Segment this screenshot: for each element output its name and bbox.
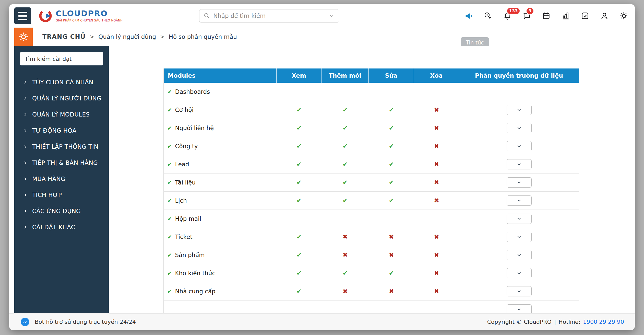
permission-edit: ✔	[369, 270, 414, 277]
chevron-down-icon	[516, 180, 522, 185]
sidebar-search-input[interactable]	[20, 52, 103, 65]
sidebar-menu-item[interactable]: TỰ ĐỘNG HÓA	[14, 122, 109, 138]
chat-icon[interactable]: 3	[522, 11, 531, 20]
messenger-icon[interactable]	[20, 317, 30, 327]
permission-delete: ✖	[414, 197, 459, 204]
chevron-right-icon	[23, 160, 28, 165]
brand-tagline: GIẢI PHÁP CRM CHUYÊN SÂU THEO NGÀNH	[56, 19, 123, 22]
breadcrumb-user-management[interactable]: Quản lý người dùng	[98, 33, 156, 40]
permission-view: ✔	[277, 233, 321, 240]
table-row: ✔ Kho kiến thức ✔ ✔ ✔ ✖	[164, 264, 579, 282]
permission-create: ✖	[321, 288, 369, 295]
chevron-down-icon	[516, 125, 522, 131]
permission-delete: ✖	[414, 288, 459, 295]
chevron-right-icon	[23, 177, 28, 181]
field-permissions-dropdown[interactable]	[507, 250, 532, 260]
sidebar-menu-item[interactable]: CÁC ỨNG DỤNG	[14, 203, 109, 219]
brand-logo[interactable]: CLOUDPRO GIẢI PHÁP CRM CHUYÊN SÂU THEO N…	[38, 9, 123, 23]
tasks-check-icon[interactable]	[581, 11, 589, 20]
permission-delete: ✖	[414, 233, 459, 240]
field-permissions-dropdown[interactable]	[507, 214, 532, 224]
cursor-plus-icon[interactable]	[484, 11, 492, 20]
table-row: ✔ Tài liệu ✔ ✔ ✔ ✖	[164, 174, 579, 192]
gear-icon[interactable]	[619, 11, 628, 20]
chevron-down-icon	[516, 198, 522, 203]
sidebar-item-label: MUA HÀNG	[32, 176, 65, 182]
chevron-down-icon	[516, 307, 522, 312]
field-permissions-dropdown[interactable]	[507, 195, 532, 206]
module-enabled-check-icon: ✔	[167, 198, 172, 204]
field-permissions-dropdown[interactable]	[507, 105, 532, 115]
field-permissions-dropdown[interactable]	[507, 177, 532, 188]
field-permissions-dropdown[interactable]	[507, 304, 532, 313]
breadcrumb-home[interactable]: TRANG CHỦ	[42, 33, 86, 40]
sidebar-menu-item[interactable]: THIẾT LẬP THÔNG TIN	[14, 138, 109, 155]
support-text: Bot hỗ trợ sử dụng trực tuyến 24/24	[35, 319, 136, 325]
global-search-input[interactable]	[213, 13, 326, 19]
header-edit: Sửa	[369, 68, 414, 83]
table-row: ✔ Sản phẩm ✔ ✖ ✖ ✖	[164, 246, 579, 264]
megaphone-icon[interactable]	[464, 11, 473, 20]
settings-tile[interactable]	[14, 28, 33, 46]
sidebar-menu-item[interactable]: CÀI ĐẶT KHÁC	[14, 219, 109, 235]
hamburger-menu-button[interactable]	[14, 7, 31, 24]
chevron-right-icon	[23, 193, 28, 197]
sidebar-menu-item[interactable]: TÙY CHỌN CÁ NHÂN	[14, 74, 109, 90]
module-enabled-check-icon: ✔	[167, 89, 172, 95]
module-name: Hộp mail	[175, 215, 201, 222]
breadcrumb-separator: >	[160, 34, 165, 40]
main-content: Modules Xem Thêm mới Sửa Xóa Phân quyền …	[109, 46, 635, 313]
permission-edit: ✔	[369, 143, 414, 150]
chevron-down-icon[interactable]	[329, 13, 335, 19]
permissions-table-body: ✔ Dashboards ✔ Cơ hội ✔ ✔ ✔ ✖ ✔ Người	[164, 83, 579, 313]
table-row: ✔ Lead ✔ ✔ ✔ ✖	[164, 155, 579, 174]
sidebar-item-label: TÙY CHỌN CÁ NHÂN	[32, 79, 93, 86]
field-permissions-dropdown[interactable]	[507, 159, 532, 169]
chevron-right-icon	[23, 128, 28, 133]
field-permissions-dropdown[interactable]	[507, 141, 532, 151]
chevron-right-icon	[23, 144, 28, 149]
sidebar-menu-item[interactable]: TIẾP THỊ & BÁN HÀNG	[14, 155, 109, 171]
permission-create: ✖	[321, 233, 369, 240]
chevron-right-icon	[23, 80, 28, 85]
permission-edit: ✔	[369, 197, 414, 204]
module-enabled-check-icon: ✔	[167, 125, 172, 131]
field-permissions-dropdown[interactable]	[507, 123, 532, 133]
permission-view: ✔	[277, 161, 321, 168]
permission-edit: ✖	[369, 233, 414, 240]
sidebar-menu-item[interactable]: QUẢN LÝ NGƯỜI DÙNG	[14, 90, 109, 106]
permission-create: ✔	[321, 124, 369, 132]
module-name: Dashboards	[175, 88, 210, 95]
permission-delete: ✖	[414, 179, 459, 186]
module-enabled-check-icon: ✔	[167, 252, 172, 258]
field-permissions-dropdown[interactable]	[507, 232, 532, 242]
settings-sidebar: TÙY CHỌN CÁ NHÂN QUẢN LÝ NGƯỜI DÙNG QUẢN…	[14, 46, 109, 313]
topbar-icons: 133 3	[464, 11, 628, 20]
chevron-down-icon	[516, 161, 522, 167]
field-permissions-dropdown[interactable]	[507, 268, 532, 278]
permission-edit: ✔	[369, 161, 414, 168]
chevron-down-icon	[516, 270, 522, 276]
sidebar-menu-item[interactable]: MUA HÀNG	[14, 171, 109, 187]
permission-create: ✖	[321, 251, 369, 259]
chevron-down-icon	[516, 288, 522, 294]
user-icon[interactable]	[600, 11, 609, 20]
bell-icon[interactable]: 133	[503, 11, 512, 20]
sidebar-item-label: QUẢN LÝ NGƯỜI DÙNG	[32, 95, 101, 102]
field-permissions-dropdown[interactable]	[507, 286, 532, 296]
footer-divider: |	[554, 319, 556, 325]
chevron-right-icon	[23, 96, 28, 101]
chart-icon[interactable]	[561, 11, 570, 20]
sidebar-menu-item[interactable]: QUẢN LÝ MODULES	[14, 106, 109, 122]
permission-view: ✔	[277, 106, 321, 113]
sidebar-menu-item[interactable]: TÍCH HỢP	[14, 187, 109, 203]
footer: Bot hỗ trợ sử dụng trực tuyến 24/24 Copy…	[9, 313, 635, 330]
module-enabled-check-icon: ✔	[167, 179, 172, 186]
brand-name: CLOUDPRO	[56, 9, 123, 17]
permission-create: ✔	[321, 143, 369, 150]
permissions-table-header: Modules Xem Thêm mới Sửa Xóa Phân quyền …	[164, 68, 579, 83]
permission-create: ✔	[321, 270, 369, 277]
breadcrumb-current-page: Hồ sơ phân quyền mẫu	[169, 33, 237, 40]
calendar-icon[interactable]	[542, 11, 551, 20]
global-search[interactable]	[199, 9, 339, 22]
